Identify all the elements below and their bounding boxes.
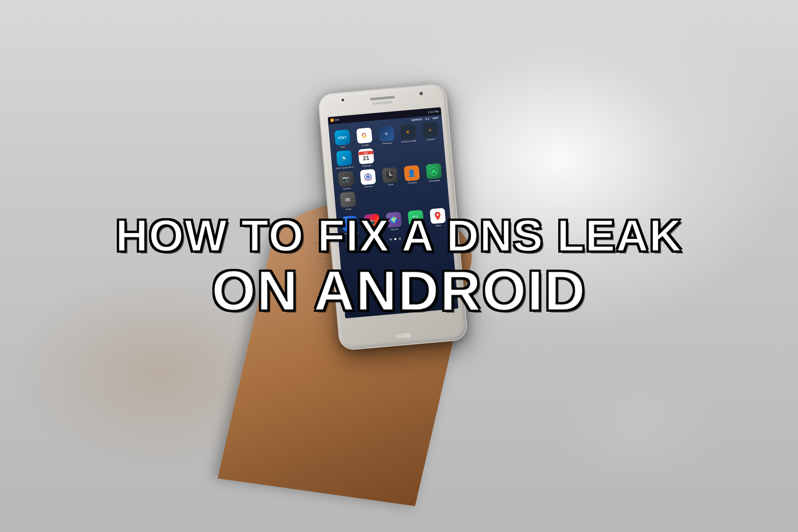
clock-app-label: Clock (388, 183, 394, 186)
phone-front-camera (342, 99, 345, 101)
status-icons: 📶 6% (330, 118, 340, 122)
app-email[interactable]: ✉ Email (337, 191, 359, 211)
app-att-wifi[interactable]: 📡 AT&T Smart Wi-Fi (333, 150, 355, 170)
phone-screen: 📶 6% 1:41 PM SEARCH A-Z EDIT (328, 107, 458, 318)
app-camera[interactable]: 📷 Camera (335, 170, 357, 190)
app-contacts[interactable]: 👤 Contacts (401, 165, 423, 185)
app-clock[interactable]: Clock (379, 167, 401, 187)
app-chrome[interactable]: Chrome (357, 169, 379, 189)
page-dot-2 (394, 238, 396, 240)
app-kindle[interactable]: K Amazon Kindle (397, 123, 419, 143)
app-calendar[interactable]: THU 21 Calendar (355, 148, 377, 168)
search-label[interactable]: SEARCH (411, 118, 422, 121)
app-google[interactable]: G Google (353, 127, 375, 147)
app-maps[interactable]: Maps (427, 208, 449, 230)
app-drivemode[interactable]: DriveMode (423, 163, 445, 183)
edit-label[interactable]: EDIT (433, 117, 438, 120)
phone-camera-sensor (419, 92, 423, 96)
home-button[interactable] (394, 332, 411, 339)
app-lookout[interactable]: 🛡 Lookout (405, 209, 427, 232)
screen-wallpaper: SEARCH A-Z EDIT AT&T AT&T (328, 115, 458, 318)
page-dot-3 (399, 237, 401, 239)
app-instagram[interactable]: 📷 Instagram (361, 213, 383, 236)
status-time: 1:41 PM (428, 110, 439, 113)
phone: SAMSUNG 📶 6% 1:41 PM SEARCH A-Z EDIT (318, 83, 468, 351)
az-label[interactable]: A-Z (425, 117, 429, 120)
app-internet[interactable]: 🌍 Internet (383, 212, 405, 234)
phone-speaker (370, 96, 395, 100)
app-hancom[interactable]: H Hancom Office 2014 (339, 215, 361, 238)
app-att[interactable]: AT&T AT&T (331, 129, 353, 149)
page-dot-1 (389, 238, 392, 240)
app-samsung[interactable]: ⚙ Samsung (375, 126, 397, 145)
app-amazon[interactable]: a Amazon (419, 121, 441, 141)
samsung-brand: SAMSUNG (373, 100, 393, 106)
phone-hand-illustration: SAMSUNG 📶 6% 1:41 PM SEARCH A-Z EDIT (274, 71, 524, 446)
